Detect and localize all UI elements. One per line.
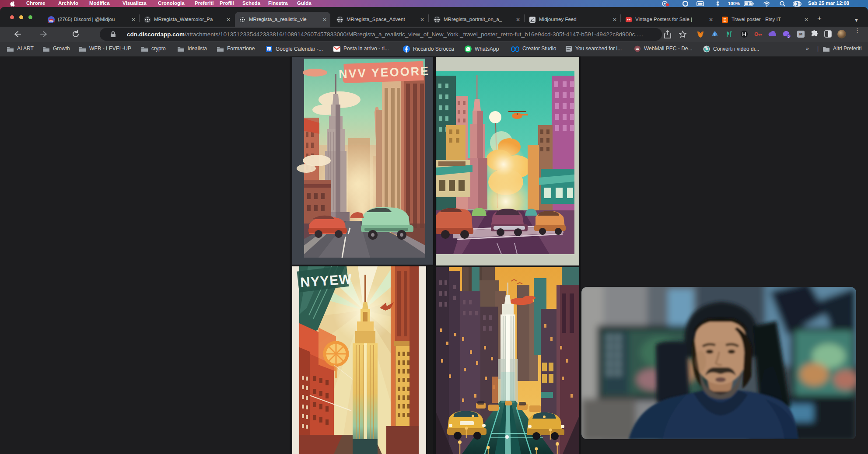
- svg-text:5: 5: [788, 35, 790, 38]
- svg-text:31: 31: [267, 48, 271, 52]
- svg-text:2%: 2%: [49, 20, 53, 22]
- svg-text:E: E: [723, 17, 726, 23]
